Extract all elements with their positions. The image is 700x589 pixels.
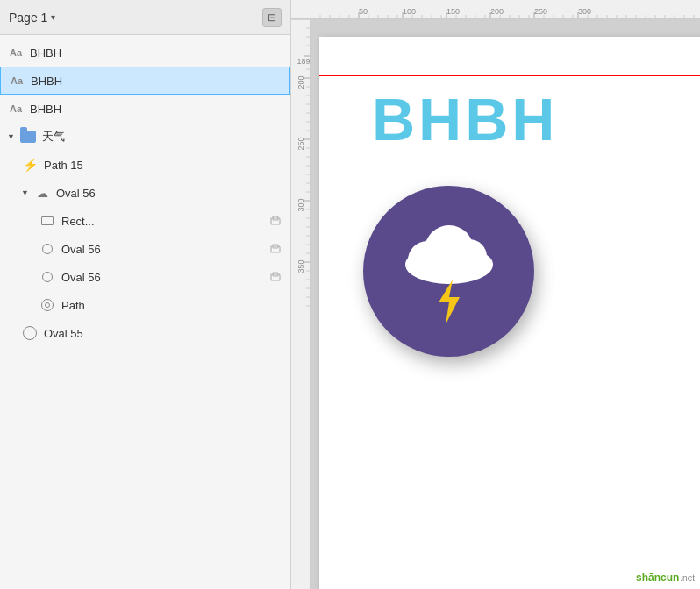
text-icon: Aa	[7, 100, 25, 117]
rectangle-icon	[39, 212, 56, 230]
layer-label: Oval 56	[56, 187, 283, 200]
layer-item[interactable]: Aa BHBH	[0, 95, 290, 123]
lightning-path-icon: ⚡	[21, 156, 39, 174]
layer-item[interactable]: Aa BHBH	[0, 39, 290, 67]
layer-path[interactable]: Path	[0, 291, 290, 319]
watermark: shāncun .net	[636, 571, 695, 584]
svg-text:200: 200	[490, 7, 504, 16]
layers-list: Aa BHBH Aa BHBH Aa BHBH ▼ 天气	[0, 35, 290, 589]
layer-label: Oval 56	[61, 271, 264, 284]
page-label: Page 1	[9, 11, 47, 25]
layer-label: Path 15	[44, 159, 283, 172]
svg-text:150: 150	[446, 7, 460, 16]
weather-icon	[363, 186, 534, 357]
layer-item-selected[interactable]: Aa BHBH	[0, 67, 290, 95]
filter-icon: ⊟	[268, 11, 276, 24]
layer-oval56-child2[interactable]: Oval 56	[0, 263, 290, 291]
svg-text:100: 100	[403, 7, 416, 16]
layer-oval55[interactable]: Oval 55	[0, 319, 290, 347]
svg-text:300: 300	[578, 7, 591, 16]
bhbh-text: BHBH	[372, 85, 558, 153]
layer-folder-tianqi[interactable]: ▼ 天气	[0, 123, 290, 151]
layer-label: BHBH	[30, 103, 283, 116]
lightning-svg	[432, 278, 467, 326]
layer-path15[interactable]: ⚡ Path 15	[0, 151, 290, 179]
layer-label: BHBH	[30, 46, 283, 60]
guide-line	[319, 75, 700, 76]
canvas-area: 50 100 150 200 250 300	[291, 0, 700, 589]
layer-oval56-group[interactable]: ▼ ☁ Oval 56	[0, 179, 290, 207]
layers-panel: Page 1 ▾ ⊟ Aa BHBH Aa BHBH Aa BHBH	[0, 0, 291, 589]
cloud-icon: ☁	[33, 184, 51, 202]
svg-text:50: 50	[359, 7, 368, 16]
svg-text:189: 189	[296, 57, 310, 66]
layer-oval56-child1[interactable]: Oval 56	[0, 235, 290, 263]
page-header: Page 1 ▾ ⊟	[0, 0, 290, 35]
cloud-svg	[392, 216, 506, 287]
chevron-down-icon: ▼	[21, 188, 30, 197]
filter-button[interactable]: ⊟	[262, 8, 282, 27]
ruler-left: 189 200 250 300 350	[291, 19, 311, 589]
layer-label: Path	[61, 299, 283, 312]
chevron-down-icon: ▼	[7, 132, 16, 141]
text-icon: Aa	[8, 72, 25, 89]
mask-icon	[268, 213, 283, 229]
align-circle-icon	[39, 296, 56, 314]
layer-label: Oval 55	[44, 327, 283, 340]
ruler-top: 50 100 150 200 250 300	[291, 0, 700, 19]
layer-label: Rect...	[61, 215, 264, 228]
circle-large-icon	[21, 324, 39, 342]
layer-label: 天气	[42, 129, 283, 145]
mask-icon	[268, 241, 283, 257]
canvas-content: BHBH	[311, 19, 700, 589]
mask-icon	[268, 269, 283, 285]
svg-point-98	[452, 239, 487, 274]
circle-icon	[39, 240, 56, 258]
layer-label: Oval 56	[61, 243, 264, 256]
svg-text:250: 250	[534, 7, 547, 16]
folder-icon	[19, 128, 37, 145]
page-dropdown-icon: ▾	[51, 12, 55, 22]
page-selector[interactable]: Page 1 ▾	[9, 11, 55, 25]
watermark-domain: .net	[680, 573, 695, 583]
layer-rect[interactable]: Rect...	[0, 207, 290, 235]
svg-marker-99	[439, 280, 460, 324]
watermark-shancun: shāncun	[636, 571, 679, 584]
text-icon: Aa	[7, 44, 25, 61]
layer-label: BHBH	[31, 75, 282, 88]
circle-icon	[39, 268, 56, 286]
